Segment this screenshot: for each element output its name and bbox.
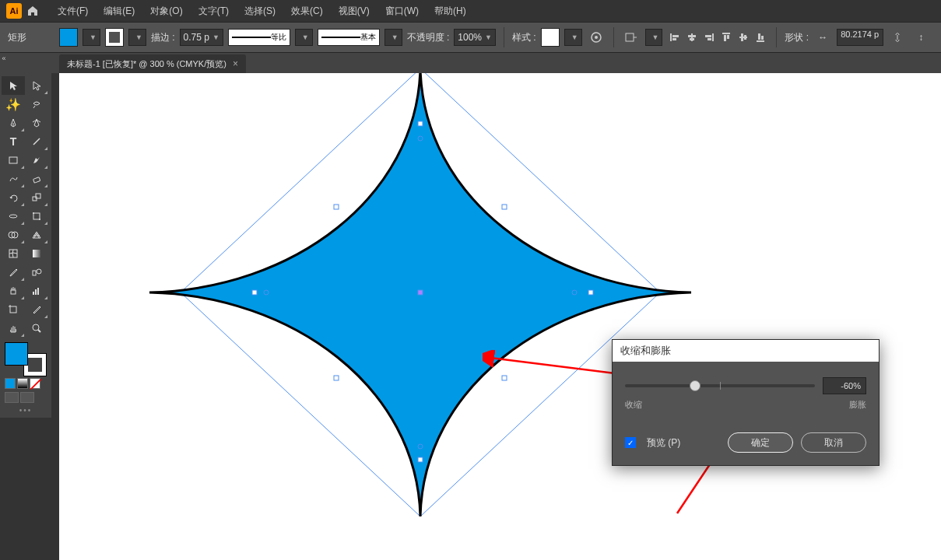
menu-view[interactable]: 视图(V) (332, 5, 376, 18)
free-transform-tool[interactable] (25, 207, 48, 226)
style-arrow[interactable]: ▼ (564, 29, 582, 46)
svg-point-26 (9, 215, 17, 218)
shaper-tool[interactable] (2, 170, 25, 188)
menu-effect[interactable]: 效果(C) (285, 5, 329, 18)
hand-tool[interactable] (2, 319, 25, 338)
svg-rect-43 (418, 121, 423, 126)
svg-rect-13 (724, 35, 726, 41)
ok-button[interactable]: 确定 (728, 432, 793, 453)
center-point (418, 290, 423, 295)
perspective-grid-tool[interactable] (25, 226, 48, 244)
curvature-tool[interactable] (25, 114, 48, 132)
svg-rect-10 (705, 35, 711, 37)
scale-tool[interactable] (25, 188, 48, 207)
height-link-icon[interactable]: ↕ (911, 28, 930, 47)
paintbrush-tool[interactable] (25, 151, 48, 170)
menu-type[interactable]: 文字(T) (192, 5, 235, 18)
svg-rect-9 (712, 33, 714, 41)
zoom-tool[interactable] (25, 319, 48, 338)
home-icon[interactable] (25, 3, 40, 19)
amount-value[interactable]: -60% (823, 377, 866, 394)
stroke-profile-arrow[interactable]: ▼ (384, 29, 402, 46)
svg-point-35 (37, 269, 41, 274)
canvas[interactable] (59, 73, 941, 560)
amount-slider[interactable] (625, 384, 815, 387)
line-tool[interactable] (25, 132, 48, 151)
document-tab-title: 未标题-1 [已恢复]* @ 300 % (CMYK/预览) (67, 58, 226, 70)
blend-tool[interactable] (25, 263, 48, 282)
menu-edit[interactable]: 编辑(E) (97, 5, 141, 18)
svg-rect-53 (334, 376, 339, 380)
magic-wand-tool[interactable]: ✨ (2, 95, 25, 114)
svg-rect-40 (10, 306, 16, 313)
artboard-tool[interactable] (2, 300, 25, 319)
color-mode-icon[interactable] (5, 378, 16, 389)
panel-collapse-handle[interactable]: « (0, 53, 8, 64)
align-vcenter-icon[interactable] (736, 30, 751, 45)
slider-thumb[interactable] (690, 380, 700, 391)
stroke-weight-input[interactable]: 0.75 p▼ (180, 29, 223, 46)
type-tool[interactable]: T (2, 132, 25, 151)
align-left-icon[interactable] (667, 30, 683, 45)
stroke-dropdown[interactable]: ▼ (128, 29, 146, 46)
fill-swatch[interactable] (59, 28, 78, 47)
align-to-icon[interactable] (622, 28, 641, 47)
align-buttons (667, 30, 768, 45)
align-right-icon[interactable] (701, 30, 717, 45)
rectangle-tool[interactable] (2, 151, 25, 170)
menu-window[interactable]: 窗口(W) (379, 5, 425, 18)
selection-type-label: 矩形 (8, 31, 54, 44)
dialog-title[interactable]: 收缩和膨胀 (613, 340, 879, 362)
symbol-sprayer-tool[interactable] (2, 282, 25, 300)
menu-object[interactable]: 对象(O) (144, 5, 188, 18)
stroke-dash-dropdown[interactable]: 等比 (228, 29, 290, 46)
column-graph-tool[interactable] (25, 282, 48, 300)
full-screen-icon[interactable] (20, 392, 34, 403)
eyedropper-tool[interactable] (2, 263, 25, 282)
menu-help[interactable]: 帮助(H) (428, 5, 472, 18)
document-tab[interactable]: 未标题-1 [已恢复]* @ 300 % (CMYK/预览) × (59, 54, 246, 73)
opacity-input[interactable]: 100%▼ (454, 29, 496, 46)
align-bottom-icon[interactable] (753, 30, 768, 45)
fill-dropdown[interactable]: ▼ (83, 29, 100, 46)
stroke-dash-arrow[interactable]: ▼ (295, 29, 313, 46)
width-link-icon[interactable]: ↔ (813, 28, 832, 47)
normal-screen-icon[interactable] (5, 392, 19, 403)
close-tab-icon[interactable]: × (233, 58, 238, 69)
shape-builder-tool[interactable] (2, 226, 25, 244)
align-top-icon[interactable] (718, 30, 734, 45)
width-input[interactable]: 80.2174 p (837, 29, 883, 46)
rotate-tool[interactable] (2, 188, 25, 207)
svg-point-28 (33, 212, 34, 214)
slice-tool[interactable] (25, 300, 48, 319)
edit-toolbar-icon[interactable]: ••• (2, 406, 50, 415)
fill-color-well[interactable] (5, 342, 28, 366)
stroke-profile-dropdown[interactable]: 基本 (318, 29, 380, 46)
graphic-style-swatch[interactable] (541, 28, 560, 47)
preview-checkbox[interactable]: ✓ (625, 437, 636, 448)
menu-file[interactable]: 文件(F) (51, 5, 94, 18)
gradient-tool[interactable] (25, 244, 48, 263)
menu-select[interactable]: 选择(S) (238, 5, 282, 18)
link-wh-icon[interactable] (888, 28, 907, 47)
opacity-label: 不透明度 : (407, 31, 450, 44)
eraser-tool[interactable] (25, 170, 48, 188)
preview-label[interactable]: 预览 (P) (647, 436, 720, 450)
gradient-mode-icon[interactable] (17, 378, 28, 389)
mesh-tool[interactable] (2, 244, 25, 263)
width-tool[interactable] (2, 207, 25, 226)
direct-selection-tool[interactable] (25, 76, 48, 95)
color-well[interactable] (5, 342, 47, 376)
cancel-button[interactable]: 取消 (801, 432, 866, 453)
svg-rect-39 (37, 288, 39, 295)
stroke-swatch[interactable] (105, 28, 124, 47)
lasso-tool[interactable] (25, 95, 48, 114)
align-to-arrow[interactable]: ▼ (645, 29, 663, 46)
pen-tool[interactable] (2, 114, 25, 132)
none-mode-icon[interactable] (30, 378, 40, 389)
recolor-icon[interactable] (587, 28, 606, 47)
selection-tool[interactable] (2, 76, 25, 95)
svg-point-29 (39, 219, 40, 220)
svg-rect-7 (688, 35, 696, 37)
align-hcenter-icon[interactable] (684, 30, 700, 45)
